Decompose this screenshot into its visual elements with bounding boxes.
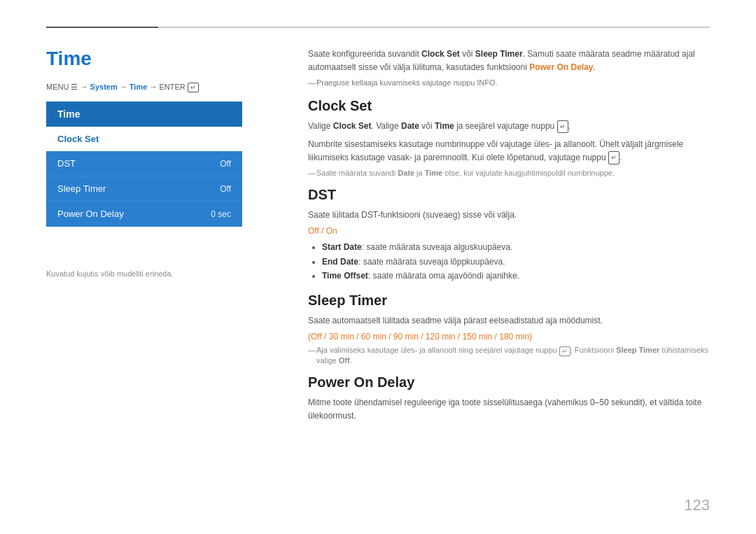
power-on-delay-text: Mitme toote ühendamisel reguleerige iga … <box>308 396 710 423</box>
top-bar <box>46 27 710 28</box>
dst-title: DST <box>308 187 710 203</box>
sidebar-item-label: Clock Set <box>57 134 99 144</box>
intro-note: Praeguse kellaaja kuvamiseks vajutage nu… <box>308 78 710 87</box>
top-bar-accent <box>46 27 158 28</box>
enter-icon: ↵ <box>608 151 620 164</box>
sidebar-item-sleeptimer[interactable]: Sleep Timer Off <box>46 176 242 202</box>
menu-time: Time <box>130 83 147 91</box>
sidebar-item-value: Off <box>220 184 231 194</box>
sidebar-item-label: Sleep Timer <box>57 183 106 194</box>
clock-set-note: Saate määrata suvandi Date ja Time otse,… <box>308 169 710 177</box>
sidebar-item-value: 0 sec <box>211 209 231 219</box>
sleep-timer-text: Saate automaatselt lülitada seadme välja… <box>308 314 710 328</box>
dst-options: Off / On <box>308 226 710 236</box>
sleep-timer-title: Sleep Timer <box>308 293 710 309</box>
power-on-delay-section: Power On Delay Mitme toote ühendamisel r… <box>308 374 710 423</box>
sleep-timer-options: (Off / 30 min / 60 min / 90 min / 120 mi… <box>308 332 710 342</box>
clock-set-title: Clock Set <box>308 98 710 114</box>
menu-icon: ☰ → <box>71 83 90 91</box>
sidebar-item-clockset[interactable]: Clock Set <box>46 127 242 151</box>
dst-bullets: Start Date: saate määrata suveaja algusk… <box>308 240 710 283</box>
dst-text: Saate lülitada DST-funktsiooni (suveaeg)… <box>308 209 710 222</box>
dst-bullet-enddate: End Date: saate määrata suveaja lõppkuup… <box>322 255 710 269</box>
enter-icon: ↵ <box>559 346 570 356</box>
sidebar-item-dst[interactable]: DST Off <box>46 151 242 176</box>
content-area: Saate konfigureerida suvandit Clock Set … <box>308 48 710 427</box>
sidebar-item-label: Power On Delay <box>57 209 124 219</box>
clock-set-text1: Valige Clock Set. Valige Date või Time j… <box>308 120 710 133</box>
menu-arrow1: → <box>120 83 130 91</box>
dst-section: DST Saate lülitada DST-funktsiooni (suve… <box>308 187 710 283</box>
menu-label: MENU <box>46 83 69 91</box>
power-on-delay-title: Power On Delay <box>308 374 710 391</box>
menu-enter: ENTER <box>159 83 185 91</box>
sidebar-note: Kuvatud kujutis võib mudeliti erineda. <box>46 269 174 278</box>
sidebar-item-value: Off <box>220 159 231 169</box>
sleep-timer-note: Aja valimiseks kasutage üles- ja allanoo… <box>308 346 710 364</box>
intro-text: Saate konfigureerida suvandit Clock Set … <box>308 48 710 74</box>
enter-icon: ↵ <box>188 83 199 92</box>
dst-bullet-startdate: Start Date: saate määrata suveaja algusk… <box>322 240 710 254</box>
menu-path: MENU ☰ → System → Time → ENTER ↵ <box>46 83 199 92</box>
sidebar-item-label: DST <box>57 158 76 169</box>
sidebar-item-powerondelay[interactable]: Power On Delay 0 sec <box>46 202 242 227</box>
menu-arrow2: → <box>149 83 159 91</box>
menu-system: System <box>90 83 118 91</box>
sidebar: Time Clock Set DST Off Sleep Timer Off P… <box>46 101 242 227</box>
clock-set-text2: Numbrite sisestamiseks kasutage numbrinu… <box>308 138 710 164</box>
page-title: Time <box>46 48 92 70</box>
sidebar-header: Time <box>46 101 242 127</box>
page-number: 123 <box>684 496 710 514</box>
enter-icon: ↵ <box>557 120 568 133</box>
dst-bullet-timeoffset: Time Offset: saate määrata oma ajavööndi… <box>322 269 710 283</box>
clock-set-section: Clock Set Valige Clock Set. Valige Date … <box>308 98 710 177</box>
sleep-timer-section: Sleep Timer Saate automaatselt lülitada … <box>308 293 710 364</box>
